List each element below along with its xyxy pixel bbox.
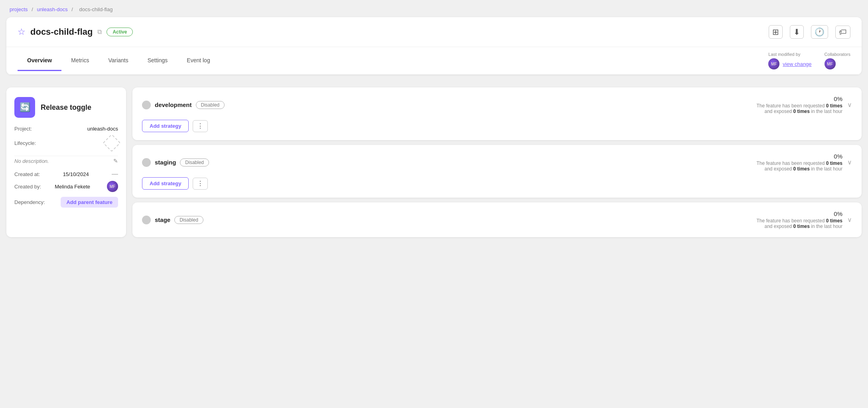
created-by-value: Melinda Fekete: [55, 184, 90, 190]
more-button-dev[interactable]: ⋮: [193, 120, 208, 132]
env-status-dev: Disabled: [196, 101, 225, 109]
star-icon[interactable]: ☆: [18, 27, 26, 37]
env-dot-stage: [142, 216, 151, 224]
chevron-down-icon-dev[interactable]: ∨: [847, 101, 852, 109]
chevron-down-icon-stage[interactable]: ∨: [847, 216, 852, 224]
edit-icon[interactable]: ✎: [113, 158, 118, 164]
env-percent-staging: 0%: [757, 153, 842, 160]
chevron-down-icon-staging[interactable]: ∨: [847, 158, 852, 166]
copy-icon[interactable]: ⧉: [97, 28, 102, 36]
tabs: Overview Metrics Variants Settings Event…: [18, 51, 768, 71]
history-action-icon[interactable]: 🕐: [811, 25, 828, 39]
env-status-staging: Disabled: [180, 158, 209, 166]
add-strategy-button-staging[interactable]: Add strategy: [142, 177, 189, 190]
env-request-text-stage: The feature has been requested 0 timesan…: [757, 218, 842, 229]
tab-meta: Last modified by MF view change Collabor…: [768, 47, 850, 74]
toggle-icon-box: 🔄: [14, 97, 35, 118]
current-page: docs-child-flag: [79, 6, 113, 12]
unleash-docs-link[interactable]: unleash-docs: [37, 6, 67, 12]
env-percent-dev: 0%: [757, 95, 842, 102]
created-by-avatar: MF: [107, 181, 118, 192]
tabs-row: Overview Metrics Variants Settings Event…: [6, 47, 862, 75]
env-stats-stage: 0% The feature has been requested 0 time…: [757, 210, 842, 229]
flag-title: docs-child-flag: [30, 27, 93, 37]
main-card: ☆ docs-child-flag ⧉ Active ⊞ ⬇ 🕐 🏷 Overv…: [6, 17, 862, 75]
projects-link[interactable]: projects: [10, 6, 28, 12]
collaborators-content: MF: [825, 58, 836, 69]
created-at-row: Created at: 15/10/2024 —: [14, 170, 118, 178]
dependency-row: Dependency: Add parent feature: [14, 197, 118, 208]
env-dot-staging: [142, 158, 151, 167]
right-panel: development Disabled 0% The feature has …: [132, 87, 862, 237]
env-request-text-staging: The feature has been requested 0 timesan…: [757, 160, 842, 172]
created-by-row: Created by: Melinda Fekete MF: [14, 181, 118, 192]
env-dot-dev: [142, 101, 151, 109]
env-row-top-dev: development Disabled 0% The feature has …: [142, 95, 852, 114]
lifecycle-label: Lifecycle:: [14, 140, 36, 146]
header-actions: ⊞ ⬇ 🕐 🏷: [769, 25, 850, 39]
env-row-top-stage: stage Disabled 0% The feature has been r…: [142, 210, 852, 229]
dependency-label: Dependency:: [14, 199, 45, 205]
last-modified-label: Last modified by: [768, 52, 800, 57]
tab-overview[interactable]: Overview: [18, 51, 61, 71]
content-area: 🔄 Release toggle Project: unleash-docs L…: [0, 81, 868, 244]
env-name-staging: staging: [155, 159, 176, 166]
env-name-stage: stage: [155, 216, 170, 223]
description-text: No description.: [14, 158, 49, 164]
flag-header: ☆ docs-child-flag ⧉ Active ⊞ ⬇ 🕐 🏷: [6, 17, 862, 47]
tab-settings[interactable]: Settings: [138, 51, 178, 71]
collaborators-label: Collaborators: [825, 52, 850, 57]
flag-header-left: ☆ docs-child-flag ⧉ Active: [18, 27, 769, 37]
view-change-link[interactable]: view change: [783, 61, 811, 67]
env-actions-staging: Add strategy ⋮: [142, 177, 852, 190]
breadcrumb: projects / unleash-docs / docs-child-fla…: [0, 0, 868, 17]
env-status-stage: Disabled: [174, 216, 203, 224]
env-request-text-dev: The feature has been requested 0 timesan…: [757, 103, 842, 114]
archive-action-icon[interactable]: ⬇: [790, 25, 804, 39]
lifecycle-row: Lifecycle:: [14, 137, 118, 149]
add-parent-button[interactable]: Add parent feature: [61, 197, 118, 208]
last-modified-avatar: MF: [768, 58, 779, 69]
left-panel: 🔄 Release toggle Project: unleash-docs L…: [6, 87, 126, 237]
tab-event-log[interactable]: Event log: [177, 51, 219, 71]
add-action-icon[interactable]: ⊞: [769, 25, 783, 39]
tab-metrics[interactable]: Metrics: [61, 51, 99, 71]
more-button-staging[interactable]: ⋮: [193, 178, 208, 190]
collaborators-section: Collaborators MF: [825, 52, 850, 69]
env-stats-staging: 0% The feature has been requested 0 time…: [757, 153, 842, 172]
active-badge: Active: [107, 28, 133, 36]
lifecycle-diamond: [103, 134, 120, 152]
created-at-label: Created at:: [14, 171, 40, 177]
created-at-dash: —: [112, 170, 118, 178]
toggle-type-name: Release toggle: [41, 103, 91, 112]
env-card-development: development Disabled 0% The feature has …: [132, 87, 862, 140]
last-modified-section: Last modified by MF view change: [768, 52, 811, 69]
toggle-type-header: 🔄 Release toggle: [14, 97, 118, 118]
tab-variants[interactable]: Variants: [99, 51, 138, 71]
env-actions-dev: Add strategy ⋮: [142, 120, 852, 132]
project-label: Project:: [14, 126, 32, 132]
env-stats-dev: 0% The feature has been requested 0 time…: [757, 95, 842, 114]
env-percent-stage: 0%: [757, 210, 842, 217]
toggle-icon: 🔄: [20, 102, 30, 113]
project-value: unleash-docs: [87, 126, 118, 132]
env-name-dev: development: [155, 101, 192, 108]
env-row-top-staging: staging Disabled 0% The feature has been…: [142, 153, 852, 172]
env-card-staging: staging Disabled 0% The feature has been…: [132, 145, 862, 198]
collaborator-avatar: MF: [825, 58, 836, 69]
tag-action-icon[interactable]: 🏷: [835, 26, 850, 39]
add-strategy-button-dev[interactable]: Add strategy: [142, 120, 189, 132]
env-card-stage: stage Disabled 0% The feature has been r…: [132, 202, 862, 237]
created-at-value: 15/10/2024: [63, 171, 89, 177]
last-modified-content: MF view change: [768, 58, 811, 69]
description-row: No description. ✎: [14, 156, 118, 164]
project-row: Project: unleash-docs: [14, 126, 118, 132]
created-by-label: Created by:: [14, 184, 41, 190]
